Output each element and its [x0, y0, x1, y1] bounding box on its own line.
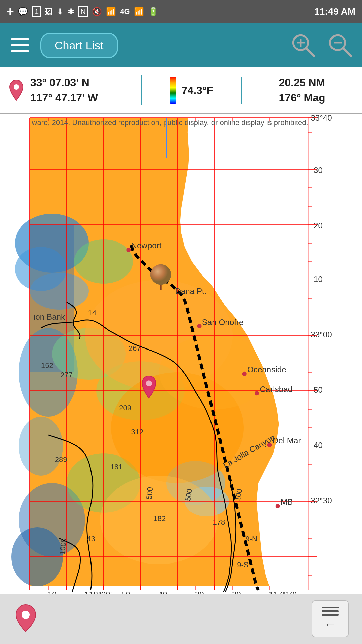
svg-point-105: [146, 380, 152, 386]
temperature-bar: [170, 77, 176, 104]
add-icon: ✚: [7, 7, 14, 17]
depth-178: 178: [213, 518, 225, 526]
download-icon: ⬇: [57, 7, 64, 16]
location-pin-icon: [8, 78, 25, 102]
x-axis-117: 117°10': [269, 590, 296, 594]
y-axis-10: 10: [314, 275, 323, 284]
temperature-section: 74.3°F: [142, 77, 242, 104]
x-axis-40: 40: [158, 590, 167, 594]
x-axis-20: 20: [232, 590, 241, 594]
zoom-out-icon: [327, 32, 354, 59]
depth-267: 267: [129, 344, 141, 353]
depth-152: 152: [41, 361, 53, 370]
coords-section: 33° 07.03' N 117° 47.17' W: [0, 75, 142, 105]
x-axis-10: 10: [48, 590, 57, 594]
svg-line-5: [344, 49, 351, 56]
latitude-text: 33° 07.03' N: [30, 75, 98, 90]
depth-14: 14: [88, 309, 96, 317]
copyright-text: ware, 2014. Unauthorized reproduction, p…: [32, 118, 308, 127]
menu-line-1: [11, 38, 29, 40]
image-icon: 🖼: [45, 7, 53, 16]
zoom-in-button[interactable]: [288, 30, 318, 60]
zoom-in-icon: [290, 32, 317, 59]
battery-icon: 🔋: [148, 7, 158, 16]
toolbar: Chart List: [0, 23, 362, 67]
svg-point-100: [255, 391, 259, 395]
svg-point-98: [197, 324, 201, 328]
svg-point-99: [242, 372, 247, 376]
mb-label: MB: [281, 497, 293, 506]
depth-9s: 9-S: [237, 560, 248, 569]
signal-icon: 📶: [134, 7, 144, 16]
navigation-section: 20.25 NM 176° Mag: [242, 75, 362, 105]
depth-277: 277: [60, 371, 73, 379]
carlsbad-label: Carlsbad: [260, 385, 292, 394]
back-button[interactable]: ←: [312, 600, 349, 637]
contour-500-label-1: 500: [145, 487, 154, 500]
status-time: 11:49 AM: [314, 6, 355, 17]
menu-line-3: [11, 50, 29, 52]
depth-181: 181: [110, 463, 123, 471]
list-icon: [322, 607, 339, 616]
y-axis-3340: 33°40: [311, 114, 332, 122]
bottom-location-pin: [13, 603, 39, 633]
chat-icon: 💬: [18, 7, 28, 16]
dana-pt-label: Dana Pt.: [175, 287, 206, 296]
bottom-bar: ←: [0, 594, 362, 644]
bearing-text: 176° Mag: [279, 90, 325, 105]
coordinates-text: 33° 07.03' N 117° 47.17' W: [30, 75, 98, 105]
zoom-out-button[interactable]: [325, 30, 355, 60]
y-axis-40: 40: [314, 441, 323, 450]
bluetooth-icon: ✱: [68, 7, 74, 16]
depth-43: 43: [87, 535, 95, 543]
bottom-pin-icon: [13, 603, 39, 635]
x-axis-30: 30: [195, 590, 204, 594]
wifi-icon: 📶: [106, 7, 116, 16]
menu-line-2: [11, 44, 29, 46]
x-axis-50: 50: [121, 590, 130, 594]
svg-point-7: [14, 84, 19, 90]
chart-list-button[interactable]: Chart List: [40, 33, 118, 58]
back-arrow-icon: ←: [324, 617, 336, 631]
nfc-icon: N: [78, 6, 88, 17]
location-ball-marker[interactable]: [150, 264, 171, 285]
longitude-text: 117° 47.17' W: [30, 90, 98, 105]
status-icons-left: ✚ 💬 1 🖼 ⬇ ✱ N 🔇 📶 4G 📶 🔋: [7, 6, 158, 17]
y-axis-50: 50: [314, 385, 323, 394]
y-axis-30: 30: [314, 166, 323, 175]
map-container[interactable]: La Jolla Canyon 1000 500 500 100 Newport…: [0, 114, 362, 594]
contour-1000-label: 1000: [58, 538, 68, 555]
temperature-text: 74.3°F: [182, 83, 214, 98]
mute-icon: 🔇: [92, 7, 102, 16]
oceanside-label: Oceanside: [247, 365, 286, 374]
newport-label: Newport: [131, 241, 162, 250]
ion-bank-label: ion Bank: [34, 312, 65, 321]
svg-point-97: [126, 248, 131, 252]
svg-point-106: [22, 611, 30, 619]
y-axis-20: 20: [314, 221, 323, 230]
depth-209: 209: [119, 404, 131, 412]
del-mar-label: Del Mar: [273, 436, 301, 445]
depth-9n: 9-N: [246, 535, 257, 543]
nav-text: 20.25 NM 176° Mag: [279, 75, 325, 105]
san-onofre-label: San Onofre: [202, 318, 244, 327]
map-svg[interactable]: La Jolla Canyon 1000 500 500 100 Newport…: [0, 114, 362, 594]
depth-312: 312: [131, 428, 144, 436]
y-axis-3300: 33°00: [311, 330, 332, 339]
svg-point-101: [267, 443, 272, 447]
y-axis-3230: 32°30: [311, 496, 332, 505]
4g-icon: 4G: [120, 7, 130, 16]
svg-line-1: [307, 49, 314, 56]
svg-point-102: [276, 504, 280, 508]
status-bar: ✚ 💬 1 🖼 ⬇ ✱ N 🔇 📶 4G 📶 🔋 11:49 AM: [0, 0, 362, 23]
x-axis-118: 118°00': [84, 590, 112, 594]
number-icon: 1: [32, 6, 41, 17]
info-bar: 33° 07.03' N 117° 47.17' W 74.3°F 20.25 …: [0, 67, 362, 114]
distance-text: 20.25 NM: [279, 75, 325, 90]
depth-182: 182: [154, 514, 166, 523]
menu-button[interactable]: [7, 32, 34, 59]
depth-289: 289: [55, 455, 67, 464]
